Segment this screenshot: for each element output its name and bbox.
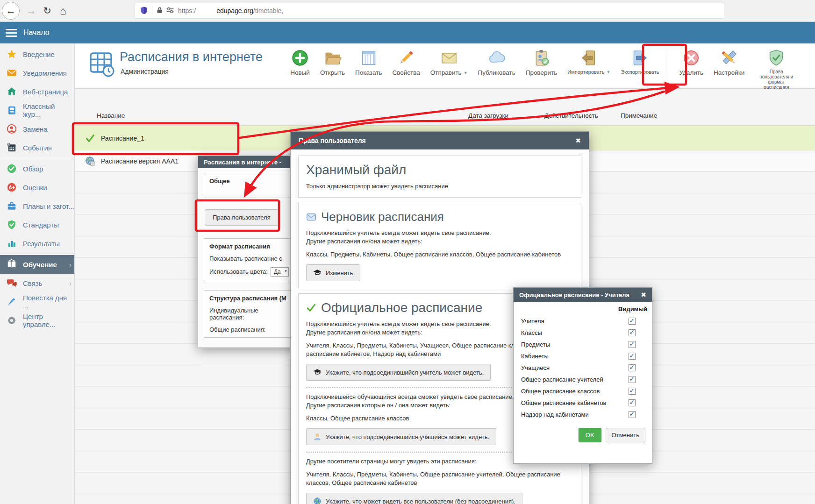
permission-row: Классы xyxy=(521,327,645,339)
sidebar-item-label: Замена xyxy=(23,125,48,133)
visibility-checkbox[interactable] xyxy=(629,399,636,406)
toolbar-button-label: Показать xyxy=(355,69,382,76)
user-rights-button[interactable]: Права пользователя xyxy=(205,209,279,226)
sidebar-nav: ВведениеУведомленияВеб-страницаКлассный … xyxy=(0,43,75,504)
permission-row: Надзор над кабинетами xyxy=(521,409,645,420)
toolbar-button-delete[interactable]: Удалить xyxy=(674,45,708,76)
rights-dialog-title: Права пользователя xyxy=(299,137,366,144)
browser-home-button[interactable]: ⌂ xyxy=(54,2,72,20)
lock-icon[interactable] xyxy=(156,7,163,15)
graduation-cap-icon xyxy=(313,269,322,277)
visibility-checkbox[interactable] xyxy=(629,376,636,383)
sidebar-divider xyxy=(0,254,74,254)
cancel-button[interactable]: Отменить xyxy=(606,428,645,442)
toolbar-button-properties[interactable]: Свойства xyxy=(387,45,425,76)
open-icon xyxy=(323,48,343,68)
verify-icon xyxy=(532,48,551,68)
browser-back-button[interactable]: ← xyxy=(2,2,20,20)
sidebar-item-webpage[interactable]: Веб-страница xyxy=(0,82,74,101)
address-bar[interactable]: https:/ edupage.org/timetable, xyxy=(135,3,724,19)
sidebar-item-agenda[interactable]: Повестка дня ... xyxy=(0,292,74,311)
sidebar-item-results[interactable]: Результаты xyxy=(0,234,74,253)
permission-label: Предметы xyxy=(521,341,550,348)
publish-icon xyxy=(487,48,507,68)
toolbar-button-label: Отправить xyxy=(430,69,462,76)
browser-forward-button[interactable]: → xyxy=(22,2,40,20)
sidebar-item-journal[interactable]: Классный жур... xyxy=(0,101,74,120)
toolbar-button-label: Права пользователя и формат расписания xyxy=(755,69,798,90)
sidebar-item-standards[interactable]: Стандарты xyxy=(0,215,74,234)
permission-row: Учителя xyxy=(521,315,645,327)
visibility-checkbox[interactable] xyxy=(629,353,636,360)
stored-file-heading: Хранимый файл xyxy=(306,163,573,177)
visitors-visibility-button[interactable]: Укажите, что может видеть все пользовате… xyxy=(306,493,522,504)
toolbar-button-export[interactable]: Экспортировать xyxy=(615,45,664,75)
column-header-upload-date[interactable]: Дата загрузки xyxy=(468,112,508,119)
toolbar-button-publish[interactable]: Публиковать xyxy=(473,45,521,76)
colors-select[interactable]: Да xyxy=(271,267,289,277)
sidebar-item-overview[interactable]: Обзор xyxy=(0,159,74,178)
toolbar-button-import[interactable]: Импортировать▼ xyxy=(562,45,615,75)
permission-row: Учащиеся xyxy=(521,362,645,374)
visibility-checkbox[interactable] xyxy=(629,388,636,395)
sidebar-item-plans[interactable]: Планы и загот... xyxy=(0,197,74,215)
sidebar-item-events[interactable]: События xyxy=(0,138,74,157)
close-icon[interactable]: ✖ xyxy=(641,291,646,298)
permissions-icon[interactable] xyxy=(166,7,174,15)
substitution-icon xyxy=(6,123,17,135)
rights-dialog-titlebar[interactable]: Права пользователя ✖ xyxy=(291,132,589,149)
app-home-link[interactable]: Начало xyxy=(23,28,50,37)
visibility-checkbox[interactable] xyxy=(629,364,636,371)
draft-line1: Подключившийся учитель всегда может виде… xyxy=(306,229,491,236)
column-header-name[interactable]: Название xyxy=(97,112,125,119)
close-icon[interactable]: ✖ xyxy=(575,137,581,144)
colors-label: Использовать цвета: xyxy=(209,268,268,275)
sidebar-item-label: Уведомления xyxy=(23,69,67,77)
draft-change-button[interactable]: Изменить xyxy=(306,264,360,281)
stored-file-text: Только администратор может увидеть распи… xyxy=(306,182,573,191)
agenda-icon xyxy=(6,296,17,307)
sidebar-item-teaching[interactable]: Обучение› xyxy=(0,255,74,274)
visibility-checkbox[interactable] xyxy=(629,318,636,325)
dropdown-arrow-icon[interactable]: ▼ xyxy=(464,71,468,75)
individual-label: Индивидуальные расписания: xyxy=(209,307,270,321)
toolbar-button-verify[interactable]: Проверить xyxy=(521,45,563,76)
teacher-visibility-button[interactable]: Укажите, что подсоединившийся учитель мо… xyxy=(306,364,491,381)
sidebar-item-grades[interactable]: A+Оценки xyxy=(0,178,74,197)
webpage-icon xyxy=(6,86,17,97)
sidebar-item-control[interactable]: Центр управле... xyxy=(0,311,74,330)
url-host: edupage.org xyxy=(216,7,253,14)
new-icon xyxy=(290,48,310,68)
browser-reload-button[interactable]: ↻ xyxy=(38,2,56,20)
sidebar-item-substitution[interactable]: Замена xyxy=(0,120,74,138)
visibility-checkbox[interactable] xyxy=(629,341,636,348)
toolbar-button-send[interactable]: Отправить▼ xyxy=(425,45,473,76)
tracking-shield-icon[interactable] xyxy=(140,6,148,16)
toolbar-button-open[interactable]: Открыть xyxy=(315,45,350,76)
sidebar-item-notifications[interactable]: Уведомления xyxy=(0,64,74,82)
permission-row: Предметы xyxy=(521,339,645,350)
student-visibility-button[interactable]: Укажите, что подсоединившийся учащийся м… xyxy=(306,428,496,445)
visibility-checkbox[interactable] xyxy=(629,329,636,336)
column-header-validity[interactable]: Действительность xyxy=(544,112,598,119)
dropdown-arrow-icon[interactable]: ▼ xyxy=(606,70,610,74)
draft-line2: Другие расписания он/она может видеть: xyxy=(306,238,422,245)
toolbar-button-show[interactable]: Показать xyxy=(350,45,387,76)
menu-hamburger-icon[interactable] xyxy=(6,29,17,37)
toolbar-button-label: Проверить xyxy=(526,69,558,76)
sidebar-item-intro[interactable]: Введение xyxy=(0,45,74,64)
export-icon xyxy=(630,48,650,68)
page-title: Расписания в интернете xyxy=(120,50,263,64)
teachers-dialog-titlebar[interactable]: Официальное расписание - Учителя ✖ xyxy=(514,288,652,302)
permission-label: Классы xyxy=(521,329,542,336)
globe-icon xyxy=(313,497,322,504)
column-header-note[interactable]: Примечание xyxy=(621,112,657,119)
app-top-bar: Начало xyxy=(0,22,815,43)
sidebar-item-communication[interactable]: Связь› xyxy=(0,274,74,292)
toolbar-button-rights[interactable]: Права пользователя и формат расписания xyxy=(750,45,803,90)
teachers-dialog-title: Официальное расписание - Учителя xyxy=(519,291,629,298)
ok-button[interactable]: OK xyxy=(579,428,601,442)
toolbar-button-settings[interactable]: Настройки xyxy=(708,45,750,76)
toolbar-button-new[interactable]: Новый xyxy=(285,45,315,76)
visibility-checkbox[interactable] xyxy=(629,411,636,418)
